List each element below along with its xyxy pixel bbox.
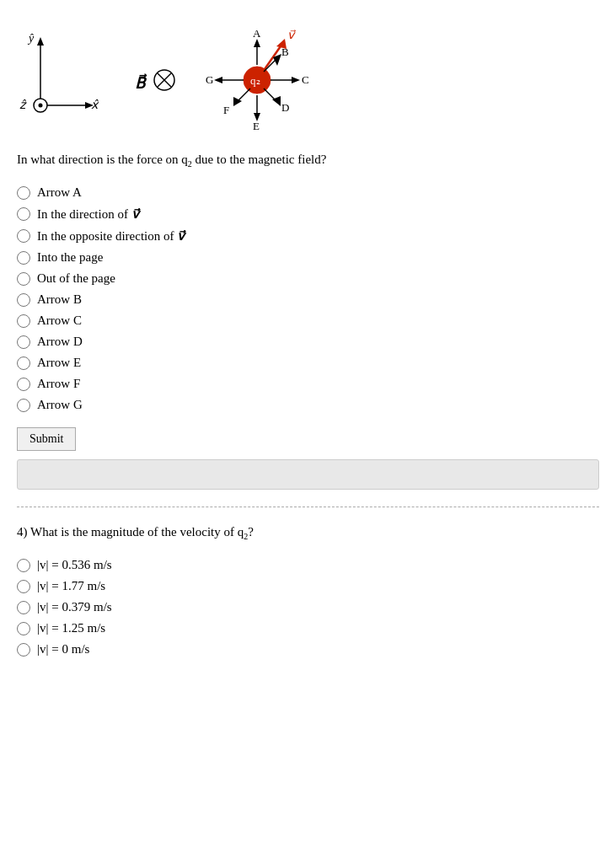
radio-arrow-c[interactable] — [17, 314, 30, 328]
question4-text: 4) What is the magnitude of the velocity… — [17, 523, 599, 543]
option-arrow-a[interactable]: Arrow A — [17, 185, 599, 200]
question3-text: In what direction is the force on q2 due… — [17, 150, 599, 170]
option-out-page[interactable]: Out of the page — [17, 271, 599, 286]
q4-label-4: |v| = 1.25 m/s — [37, 621, 105, 635]
q4-option-3[interactable]: |v| = 0.379 m/s — [17, 600, 599, 614]
svg-text:E: E — [253, 120, 260, 132]
option-opposite-v[interactable]: In the opposite direction of v⃗ — [17, 228, 599, 244]
section-divider — [17, 507, 599, 507]
q4-radio-5[interactable] — [17, 643, 30, 657]
option-direction-v[interactable]: In the direction of v⃗ — [17, 206, 599, 222]
q4-option-1[interactable]: |v| = 0.536 m/s — [17, 558, 599, 572]
label-into-page: Into the page — [37, 250, 103, 265]
option-arrow-c[interactable]: Arrow C — [17, 314, 599, 328]
svg-text:F: F — [223, 104, 229, 116]
q4-option-2[interactable]: |v| = 1.77 m/s — [17, 579, 599, 593]
q4-label-5: |v| = 0 m/s — [37, 642, 89, 657]
radio-arrow-g[interactable] — [17, 399, 30, 412]
option-arrow-e[interactable]: Arrow E — [17, 356, 599, 370]
radio-arrow-f[interactable] — [17, 378, 30, 391]
svg-text:G: G — [206, 73, 213, 86]
svg-text:D: D — [281, 101, 289, 114]
svg-text:q₂: q₂ — [250, 74, 260, 87]
label-arrow-f: Arrow F — [37, 377, 80, 391]
q4-label-3: |v| = 0.379 m/s — [37, 600, 112, 614]
diagram-area: ŷ x̂ ẑ B⃗ q₂ v⃗ A — [17, 17, 599, 135]
submit-button[interactable]: Submit — [17, 427, 76, 451]
label-arrow-b: Arrow B — [37, 292, 82, 307]
label-arrow-c: Arrow C — [37, 314, 82, 328]
q4-option-4[interactable]: |v| = 1.25 m/s — [17, 621, 599, 635]
option-arrow-f[interactable]: Arrow F — [17, 377, 599, 391]
svg-text:B⃗: B⃗ — [135, 73, 147, 92]
option-arrow-d[interactable]: Arrow D — [17, 335, 599, 349]
svg-marker-19 — [254, 39, 260, 47]
svg-text:ẑ: ẑ — [19, 99, 27, 111]
svg-text:A: A — [253, 27, 261, 40]
svg-text:C: C — [302, 73, 309, 86]
radio-arrow-d[interactable] — [17, 335, 30, 349]
label-direction-v: In the direction of v⃗ — [37, 206, 139, 222]
svg-text:v⃗: v⃗ — [287, 29, 296, 41]
label-arrow-e: Arrow E — [37, 356, 81, 370]
q4-radio-1[interactable] — [17, 559, 30, 572]
q4-radio-2[interactable] — [17, 580, 30, 593]
q4-label-2: |v| = 1.77 m/s — [37, 579, 105, 593]
q4-radio-4[interactable] — [17, 622, 30, 635]
radio-direction-v[interactable] — [17, 207, 30, 221]
field-charge-container: B⃗ q₂ v⃗ A B C — [126, 25, 362, 135]
radio-arrow-a[interactable] — [17, 186, 30, 200]
question4-options: |v| = 0.536 m/s |v| = 1.77 m/s |v| = 0.3… — [17, 558, 599, 657]
radio-out-page[interactable] — [17, 272, 30, 286]
label-arrow-g: Arrow G — [37, 398, 83, 412]
q4-option-5[interactable]: |v| = 0 m/s — [17, 642, 599, 657]
q4-label-1: |v| = 0.536 m/s — [37, 558, 112, 572]
question3-options: Arrow A In the direction of v⃗ In the op… — [17, 185, 599, 412]
result-box — [17, 459, 599, 490]
svg-text:x̂: x̂ — [91, 99, 99, 111]
label-arrow-d: Arrow D — [37, 335, 83, 349]
radio-arrow-b[interactable] — [17, 293, 30, 307]
svg-marker-25 — [292, 77, 300, 83]
svg-text:ŷ: ŷ — [27, 32, 35, 45]
label-out-page: Out of the page — [37, 271, 115, 286]
svg-text:B: B — [281, 46, 289, 58]
svg-marker-1 — [37, 37, 44, 46]
option-arrow-g[interactable]: Arrow G — [17, 398, 599, 412]
field-charge-svg: B⃗ q₂ v⃗ A B C — [126, 25, 362, 143]
option-into-page[interactable]: Into the page — [17, 250, 599, 265]
label-arrow-a: Arrow A — [37, 185, 82, 200]
q4-radio-3[interactable] — [17, 601, 30, 614]
axes-svg: ŷ x̂ ẑ — [17, 25, 101, 118]
svg-marker-37 — [214, 77, 222, 83]
axes-container: ŷ x̂ ẑ — [17, 25, 101, 118]
radio-arrow-e[interactable] — [17, 356, 30, 370]
radio-opposite-v[interactable] — [17, 229, 30, 243]
label-opposite-v: In the opposite direction of v⃗ — [37, 228, 185, 244]
radio-into-page[interactable] — [17, 251, 30, 265]
option-arrow-b[interactable]: Arrow B — [17, 292, 599, 307]
svg-point-5 — [39, 104, 43, 108]
